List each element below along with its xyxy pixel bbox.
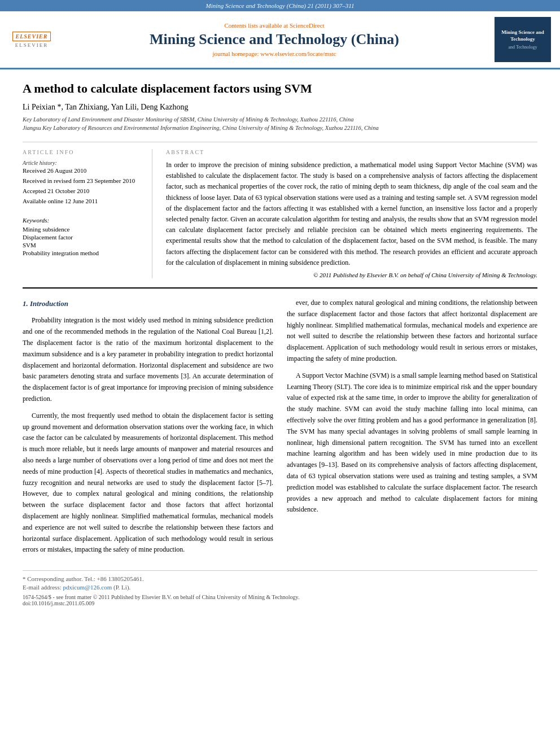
email-footnote: E-mail address: pdxicum@126.com (P. Li). [23,584,537,591]
journal-homepage: journal homepage: www.elsevier.com/locat… [61,50,488,57]
journal-center-header: Contents lists available at ScienceDirec… [61,22,488,57]
sidebar-journal-title: Mining Science and Technology [498,29,548,42]
elsevier-logo-area: ELSEVIER ELSEVIER [9,32,54,48]
body-para-2: Currently, the most frequently used meth… [23,410,273,556]
journal-citation-text: Mining Science and Technology (China) 21… [206,2,355,9]
abstract-panel: ABSTRACT In order to improve the precisi… [166,149,537,278]
corresponding-author-note: * Corresponding author. Tel.: +86 138052… [23,575,537,582]
footer-copyright: 1674-5264/$ - see front matter © 2011 Pu… [23,594,537,606]
homepage-url[interactable]: www.elsevier.com/locate/mstc [260,50,336,57]
body-para-4: A Support Vector Machine (SVM) is a smal… [287,370,537,516]
abstract-heading: ABSTRACT [166,149,537,155]
abstract-text: In order to improve the precision of min… [166,160,537,268]
email-address[interactable]: pdxicum@126.com [63,584,112,591]
body-para-3: ever, due to complex natural geological … [287,298,537,365]
keywords-label: Keywords: [23,217,143,224]
section1-title: 1. Introduction [23,298,273,309]
body-col-left: 1. Introduction Probability integration … [23,298,273,561]
sciencedirect-notice: Contents lists available at ScienceDirec… [61,22,488,29]
revised-date: Received in revised form 23 September 20… [23,177,143,184]
elsevier-wordmark: ELSEVIER [16,33,48,40]
online-date: Available online 12 June 2011 [23,198,143,204]
journal-sidebar-logo: Mining Science and Technology and Techno… [495,17,551,62]
journal-title: Mining Science and Technology (China) [61,31,488,48]
affiliations: Key Laboratory of Land Environment and D… [23,115,537,133]
affiliation-1: Key Laboratory of Land Environment and D… [23,115,537,124]
body-content: 1. Introduction Probability integration … [23,287,537,561]
page-footer: * Corresponding author. Tel.: +86 138052… [23,570,537,606]
journal-header: ELSEVIER ELSEVIER Contents lists availab… [0,11,560,69]
article-info-panel: ARTICLE INFO Article history: Received 2… [23,149,152,278]
article-title: A method to calculate displacement facto… [23,81,537,97]
journal-citation-bar: Mining Science and Technology (China) 21… [0,0,560,11]
keyword-1: Mining subsidence [23,226,143,233]
sidebar-subtitle: and Technology [498,45,548,50]
keyword-3: SVM [23,242,143,248]
authors-line: Li Peixian *, Tan Zhixiang, Yan Lili, De… [23,103,537,112]
body-para-1: Probability integration is the most wide… [23,315,273,404]
abstract-copyright: © 2011 Published by Elsevier B.V. on beh… [166,272,537,278]
history-label: Article history: [23,160,143,166]
article-info-abstract-section: ARTICLE INFO Article history: Received 2… [23,142,537,278]
email-label: E-mail address: [23,584,62,591]
affiliation-2: Jiangsu Key Laboratory of Resources and … [23,124,537,133]
elsevier-subtitle: ELSEVIER [15,42,49,48]
body-col-right: ever, due to complex natural geological … [287,298,537,561]
elsevier-logo-box: ELSEVIER [12,32,51,41]
email-suffix: (P. Li). [113,584,130,591]
article-info-heading: ARTICLE INFO [23,149,143,155]
keyword-4: Probability integration method [23,250,143,256]
received-date: Received 26 August 2010 [23,167,143,174]
keyword-2: Displacement factor [23,234,143,241]
authors-text: Li Peixian *, Tan Zhixiang, Yan Lili, De… [23,103,189,111]
body-two-col: 1. Introduction Probability integration … [23,298,537,561]
doi-line: doi:10.1016/j.mstc.2011.05.009 [23,600,537,606]
accepted-date: Accepted 21 October 2010 [23,187,143,194]
sciencedirect-link-text[interactable]: ScienceDirect [290,22,325,29]
main-content: A method to calculate displacement facto… [0,69,560,618]
copyright-line: 1674-5264/$ - see front matter © 2011 Pu… [23,594,537,600]
